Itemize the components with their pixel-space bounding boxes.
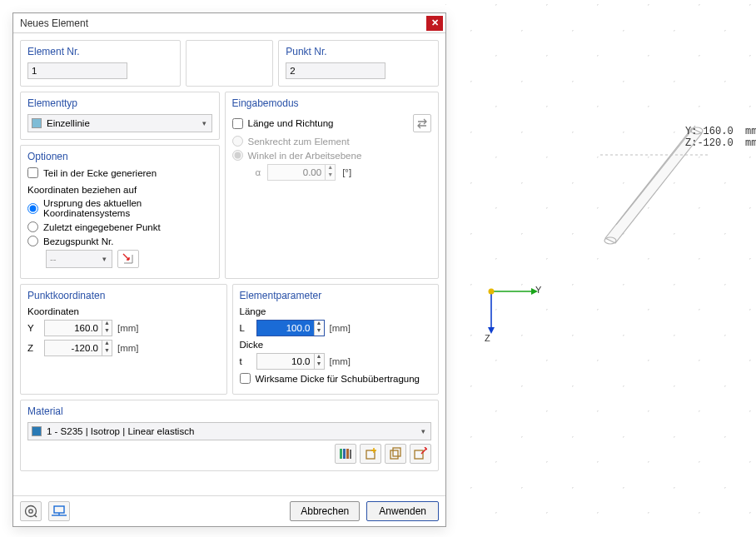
dialog-footer: Abbrechen Anwenden: [13, 495, 445, 526]
svg-rect-21: [54, 506, 64, 513]
pick-point-button[interactable]: [117, 250, 139, 268]
chevron-down-icon: ▾: [421, 427, 425, 435]
panel-punktkoordinaten: Punktkoordinaten Koordinaten Y ▲▼ [mm] Z…: [20, 284, 227, 395]
new-icon: [364, 447, 377, 460]
elementtyp-combo[interactable]: Einzellinie ▾: [27, 114, 212, 132]
spin-down-icon[interactable]: ▼: [102, 328, 112, 336]
y-input[interactable]: ▲▼: [44, 320, 112, 336]
panel-punkt-nr: Punkt Nr.: [278, 40, 439, 87]
teil-ecke-checkbox[interactable]: Teil in der Ecke generieren: [27, 167, 212, 178]
laenge-richtung-checkbox[interactable]: Länge und Richtung: [232, 118, 334, 129]
radio-senkrecht: Senkrecht zum Element: [232, 136, 432, 147]
panel-empty: [186, 40, 273, 87]
svg-rect-16: [393, 448, 400, 456]
material-combo[interactable]: 1 - S235 | Isotrop | Linear elastisch ▾: [27, 422, 431, 440]
material-edit-button[interactable]: [410, 444, 431, 464]
panel-title: Punkt Nr.: [286, 46, 431, 57]
alpha-input: ▲▼: [267, 164, 336, 181]
display-button[interactable]: [48, 501, 70, 521]
panel-material: Material 1 - S235 | Isotrop | Linear ela…: [20, 400, 439, 471]
close-button[interactable]: ✕: [426, 16, 443, 31]
combo-value: Einzellinie: [47, 118, 90, 128]
library-icon: [339, 448, 352, 460]
punkt-nr-input[interactable]: [286, 62, 385, 79]
svg-rect-10: [340, 449, 342, 459]
radio-letzter-punkt[interactable]: Zuletzt eingegebener Punkt: [27, 221, 212, 232]
dicke-header: Dicke: [240, 340, 432, 350]
panel-title: Elementparameter: [240, 290, 432, 301]
material-library-button[interactable]: [335, 444, 356, 464]
koord-bezug-label: Koordinaten beziehen auf: [27, 185, 212, 195]
radio-ursprung[interactable]: Ursprung des aktuellen Koordinatensystem…: [27, 198, 212, 218]
swap-icon: [416, 117, 428, 129]
dialog-new-element: Neues Element ✕ Element Nr. Punkt Nr. El…: [12, 12, 446, 527]
combo-value: 1 - S235 | Isotrop | Linear elastisch: [47, 426, 194, 436]
spin-down-icon[interactable]: ▼: [102, 348, 112, 356]
pick-point-icon: [122, 252, 135, 266]
radio-winkel-arbeitsebene: Winkel in der Arbeitsebene: [232, 150, 432, 161]
spin-down-icon: ▼: [326, 172, 335, 180]
monitor-icon: [52, 505, 67, 517]
panel-title: Element Nr.: [27, 46, 173, 57]
axis-y-label: Y: [535, 285, 541, 295]
swap-direction-button[interactable]: [413, 114, 431, 132]
alpha-label: α: [256, 167, 261, 177]
svg-rect-15: [390, 450, 398, 459]
panel-title: Punktkoordinaten: [27, 290, 220, 301]
element-nr-input[interactable]: [27, 62, 127, 79]
copy-icon: [389, 447, 402, 460]
y-label: Y: [27, 323, 39, 333]
svg-line-1: [616, 126, 695, 225]
panel-elementtyp: Elementtyp Einzellinie ▾: [20, 92, 220, 140]
bezugspunkt-combo: -- ▾: [46, 250, 112, 268]
type-color-swatch: [32, 118, 42, 128]
viewport-3d[interactable]: Y: 160.0 mm Z:-120.0 mm Y Z: [445, 0, 756, 537]
svg-line-20: [34, 515, 37, 517]
coord-readout: Y: 160.0 mm Z:-120.0 mm: [685, 126, 756, 149]
laenge-header: Länge: [240, 306, 432, 316]
panel-title: Elementtyp: [27, 97, 212, 109]
t-label: t: [240, 356, 251, 366]
svg-rect-13: [350, 450, 351, 459]
help-button[interactable]: [20, 501, 42, 521]
spin-down-icon[interactable]: ▼: [315, 328, 324, 336]
panel-optionen: Optionen Teil in der Ecke generieren Koo…: [20, 145, 220, 279]
dicke-input[interactable]: ▲▼: [256, 353, 325, 370]
wirksame-dicke-checkbox[interactable]: Wirksame Dicke für Schubübertragung: [240, 373, 432, 384]
laenge-input[interactable]: ▲▼: [256, 320, 325, 336]
panel-title: Optionen: [27, 151, 212, 162]
panel-title: Material: [27, 405, 431, 417]
dialog-title: Neues Element: [20, 17, 426, 29]
panel-eingabemodus: Eingabemodus Länge und Richtung Senkrech…: [225, 92, 440, 279]
material-copy-button[interactable]: [385, 444, 406, 464]
z-label: Z: [27, 343, 39, 353]
chevron-down-icon: ▾: [102, 255, 107, 263]
panel-title: Eingabemodus: [232, 97, 432, 109]
panel-elementparameter: Elementparameter Länge L ▲▼ [mm] Dicke t…: [232, 284, 440, 395]
titlebar[interactable]: Neues Element ✕: [13, 13, 445, 33]
material-color-swatch: [32, 426, 42, 436]
panel-element-nr: Element Nr.: [20, 40, 181, 87]
axis-z-label: Z: [485, 333, 490, 343]
spin-down-icon[interactable]: ▼: [315, 361, 324, 369]
apply-button[interactable]: Anwenden: [366, 501, 439, 521]
z-input[interactable]: ▲▼: [44, 340, 112, 356]
svg-point-19: [29, 510, 32, 513]
material-new-button[interactable]: [360, 444, 381, 464]
l-label: L: [240, 323, 251, 333]
svg-rect-11: [343, 449, 346, 459]
svg-rect-12: [346, 449, 349, 459]
edit-icon: [414, 447, 427, 460]
svg-point-9: [489, 289, 495, 295]
koord-sublabel: Koordinaten: [27, 306, 220, 316]
chevron-down-icon: ▾: [202, 119, 206, 127]
svg-rect-17: [415, 450, 423, 459]
help-icon: [24, 505, 37, 518]
radio-bezugspunkt[interactable]: Bezugspunkt Nr.: [27, 236, 212, 246]
cancel-button[interactable]: Abbrechen: [290, 501, 360, 521]
